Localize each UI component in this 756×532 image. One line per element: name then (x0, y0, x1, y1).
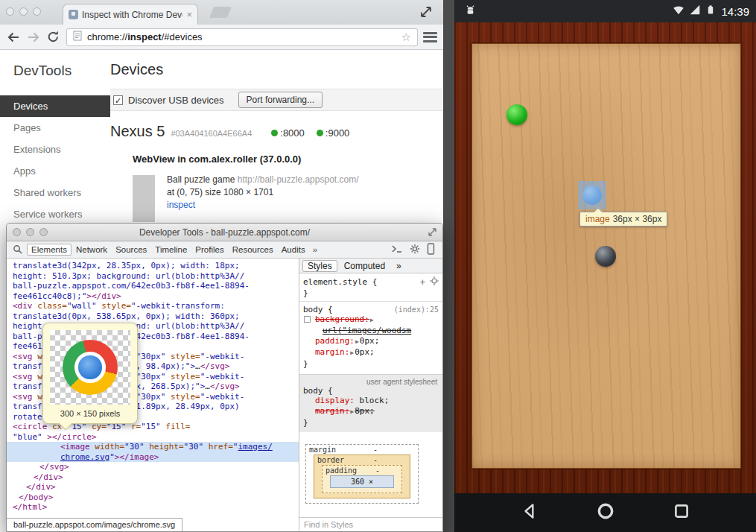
style-property-ua-margin[interactable]: margin:▶8px; (303, 406, 439, 417)
style-value-background[interactable]: url("images/woodsm (303, 326, 439, 336)
code-line[interactable]: chrome.svg"></image> (7, 452, 299, 463)
code-line[interactable]: <div class="wall" style="-webkit-transfo… (7, 301, 299, 311)
port-link[interactable]: :8000 (271, 127, 305, 139)
tab-elements[interactable]: Elements (27, 244, 72, 256)
find-styles-input[interactable]: Find in Styles (299, 517, 442, 531)
new-rule-icon[interactable]: + (420, 277, 425, 288)
browser-tab[interactable]: Inspect with Chrome Deve × (63, 4, 198, 25)
window-minimize-button[interactable] (26, 228, 34, 236)
stylesheet-source-link[interactable]: (index):25 (394, 305, 439, 314)
sidebar-item-apps[interactable]: Apps (0, 160, 110, 182)
style-property-padding[interactable]: padding:▶0px; (303, 336, 439, 347)
recents-button[interactable] (672, 501, 691, 524)
android-status-bar: 14:39 (454, 0, 756, 22)
expand-icon[interactable] (419, 4, 433, 19)
forward-icon[interactable] (26, 30, 41, 45)
resource-link[interactable]: chrome.svg (60, 452, 109, 462)
code-line[interactable]: height: 510.3px; background: url(blob:ht… (7, 271, 299, 282)
code-line[interactable]: <image width="30" height="30" href="imag… (7, 442, 299, 452)
code-line[interactable]: </div> (7, 472, 299, 483)
inspect-target: Ball puzzle game http://ball-puzzle.apps… (133, 174, 443, 222)
menu-icon[interactable] (423, 31, 437, 43)
disclosure-icon[interactable]: ▶ (355, 338, 359, 345)
ua-body-selector[interactable]: body { (303, 386, 333, 396)
resize-icon[interactable] (427, 227, 438, 241)
devtools-titlebar[interactable]: Developer Tools - ball-puzzle.appspot.co… (7, 224, 442, 241)
tab-sources[interactable]: Sources (112, 244, 150, 256)
inspect-link[interactable]: inspect (167, 199, 359, 212)
port-link[interactable]: :9000 (317, 127, 350, 139)
code-line[interactable]: translate3d(0px, 538.65px, 0px); width: … (7, 311, 299, 322)
phone-screencast[interactable]: 14:39 image36px × 36px (454, 0, 756, 532)
code-line[interactable]: </body> (7, 493, 299, 503)
tab-styles[interactable]: Styles (302, 260, 337, 272)
battery-icon (702, 3, 717, 19)
tab-network[interactable]: Network (72, 244, 111, 256)
cell-signal-icon (685, 3, 702, 19)
window-button-2[interactable] (19, 7, 28, 16)
style-property-margin[interactable]: margin:▶0px; (303, 347, 439, 358)
new-tab-button[interactable] (209, 7, 232, 18)
webview-title: WebView in com.alex.roller (37.0.0.0) (133, 153, 443, 165)
inspect-element-icon[interactable] (9, 244, 26, 256)
more-tabs-icon[interactable]: » (310, 245, 320, 254)
style-property-display[interactable]: display: block; (303, 396, 439, 406)
body-selector[interactable]: body { (303, 305, 333, 314)
tab-strip: Inspect with Chrome Deve × (0, 0, 443, 25)
overlay-dimensions: 36px × 36px (613, 214, 662, 224)
android-nav-bar (454, 493, 756, 532)
back-icon[interactable] (6, 30, 21, 45)
resource-link[interactable]: images/ (238, 442, 272, 452)
reload-icon[interactable] (46, 30, 61, 45)
sidebar-item-service-workers[interactable]: Service workers (0, 203, 110, 225)
sidebar-item-extensions[interactable]: Extensions (0, 139, 110, 160)
property-checkbox[interactable] (304, 316, 311, 323)
dark-ball[interactable] (595, 246, 616, 267)
disclosure-icon[interactable]: ▶ (350, 349, 354, 356)
sidebar-item-pages[interactable]: Pages (0, 117, 110, 139)
tab-audits[interactable]: Audits (278, 244, 309, 256)
window-button-1[interactable] (6, 7, 14, 16)
code-line[interactable]: </div> (7, 482, 299, 493)
bookmark-star-icon[interactable]: ☆ (401, 31, 411, 44)
home-button[interactable] (596, 501, 615, 524)
disclosure-icon[interactable]: ▶ (370, 317, 374, 323)
code-line[interactable]: </html> (7, 502, 299, 513)
gear-icon[interactable] (410, 244, 420, 256)
window-close-button[interactable] (13, 228, 21, 236)
device-mode-icon[interactable] (427, 243, 435, 256)
style-property-background[interactable]: background:▶ (303, 314, 439, 326)
port-status-icon (271, 130, 278, 136)
window-zoom-button[interactable] (39, 228, 48, 236)
page-title: DevTools (0, 63, 110, 95)
wifi-icon (669, 3, 685, 19)
browser-toolbar: chrome://inspect/#devices ☆ (0, 25, 443, 50)
url-text: chrome://inspect/#devices (87, 31, 396, 42)
window-button-3[interactable] (33, 7, 41, 16)
disclosure-icon[interactable]: ▶ (350, 408, 354, 415)
port-status-icon (317, 130, 323, 136)
target-geometry: at (0, 75) size 1080 × 1701 (167, 186, 359, 199)
tab-close-icon[interactable]: × (186, 10, 192, 19)
green-ball[interactable] (506, 104, 527, 125)
tab-resources[interactable]: Resources (229, 244, 277, 256)
element-style-selector[interactable]: element.style { (303, 277, 377, 287)
chrome-logo-image (63, 340, 118, 395)
console-drawer-icon[interactable] (391, 244, 403, 255)
tab-timeline[interactable]: Timeline (151, 244, 191, 256)
tab-computed[interactable]: Computed (340, 261, 390, 271)
code-line[interactable]: translate3d(342px, 28.35px, 0px); width:… (7, 261, 299, 271)
tab-profiles[interactable]: Profiles (191, 244, 227, 256)
sidebar-item-devices[interactable]: Devices (0, 95, 110, 117)
port-forwarding-button[interactable]: Port forwarding... (238, 92, 323, 108)
code-line[interactable]: "blue" ></circle> (7, 432, 299, 443)
sidebar-item-shared-workers[interactable]: Shared workers (0, 182, 110, 203)
back-button[interactable] (520, 501, 539, 524)
discover-usb-checkbox[interactable]: ✓ (113, 95, 123, 105)
crosshair-icon[interactable] (430, 276, 439, 288)
code-line[interactable]: </svg> (7, 462, 299, 472)
code-line[interactable]: ball-puzzle.appspot.com/642ec0b3-fb8f-4e… (7, 281, 299, 291)
more-style-tabs-icon[interactable]: » (392, 261, 406, 271)
address-bar[interactable]: chrome://inspect/#devices ☆ (66, 28, 418, 46)
code-line[interactable]: fee461cc40c8);"></div> (7, 291, 299, 302)
